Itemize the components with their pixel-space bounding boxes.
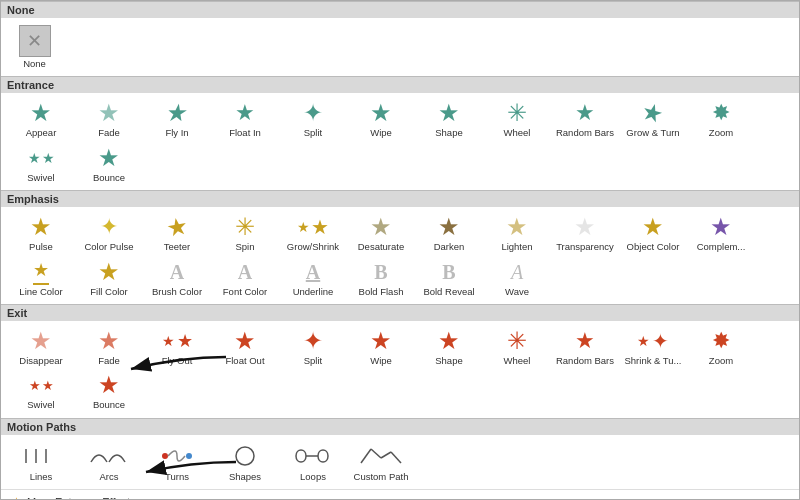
more-entrance-label: More Entrance Effects...	[27, 496, 145, 500]
effect-bold-reveal[interactable]: B Bold Reveal	[415, 256, 483, 300]
entrance-star-icon: ★	[11, 495, 22, 500]
svg-line-12	[391, 452, 401, 463]
effect-turns[interactable]: Turns	[143, 439, 211, 485]
effect-shape-entrance[interactable]: ★ Shape	[415, 97, 483, 141]
effect-lighten[interactable]: ★ Lighten	[483, 211, 551, 255]
effect-complementary[interactable]: ★ Complem...	[687, 211, 755, 255]
effect-swivel-entrance[interactable]: ★★ Swivel	[7, 142, 75, 186]
effect-appear[interactable]: ★ Appear	[7, 97, 75, 141]
effect-underline[interactable]: A Underline	[279, 256, 347, 300]
effect-swivel-exit[interactable]: ★★ Swivel	[7, 369, 75, 413]
effect-bold-flash[interactable]: B Bold Flash	[347, 256, 415, 300]
effect-shapes[interactable]: Shapes	[211, 439, 279, 485]
bottom-links: ★ More Entrance Effects... ★ More Emphas…	[1, 489, 800, 500]
none-label: None	[23, 58, 46, 69]
effect-object-color[interactable]: ★ Object Color	[619, 211, 687, 255]
effect-wheel-entrance[interactable]: ✳ Wheel	[483, 97, 551, 141]
exit-grid: ★ Disappear ★ Fade ★★ Fly Out ★ Float Ou…	[1, 321, 800, 418]
effect-wipe-exit[interactable]: ★ Wipe	[347, 325, 415, 369]
effect-shrink-turn[interactable]: ★✦ Shrink & Tu...	[619, 325, 687, 369]
effect-disappear[interactable]: ★ Disappear	[7, 325, 75, 369]
effect-font-color[interactable]: A Font Color	[211, 256, 279, 300]
effect-transparency[interactable]: ★ Transparency	[551, 211, 619, 255]
effect-fade-exit[interactable]: ★ Fade	[75, 325, 143, 369]
effect-fill-color[interactable]: ★ Fill Color	[75, 256, 143, 300]
animation-panel: None ✕ None Entrance ★ Appear ★ Fade ★ F…	[1, 1, 800, 500]
effect-grow-shrink[interactable]: ★★ Grow/Shrink	[279, 211, 347, 255]
effect-custom-path[interactable]: Custom Path	[347, 439, 415, 485]
effect-zoom-exit[interactable]: ✸ Zoom	[687, 325, 755, 369]
motion-paths-header: Motion Paths	[1, 418, 800, 435]
svg-line-11	[381, 452, 391, 458]
effect-random-bars-exit[interactable]: ★ Random Bars	[551, 325, 619, 369]
emphasis-grid: ★ Pulse ✦ Color Pulse ★ Teeter ✳ Spin ★★…	[1, 207, 800, 304]
effect-float-in[interactable]: ★ Float In	[211, 97, 279, 141]
effect-fly-in[interactable]: ★ Fly In	[143, 97, 211, 141]
effect-wave[interactable]: A Wave	[483, 256, 551, 300]
effect-arcs[interactable]: Arcs	[75, 439, 143, 485]
effect-random-bars-entrance[interactable]: ★ Random Bars	[551, 97, 619, 141]
effect-bounce-exit[interactable]: ★ Bounce	[75, 369, 143, 413]
entrance-grid: ★ Appear ★ Fade ★ Fly In ★ Float In ✦ Sp…	[1, 93, 800, 190]
none-box: ✕	[19, 25, 51, 57]
none-header: None	[1, 1, 800, 18]
effect-pulse[interactable]: ★ Pulse	[7, 211, 75, 255]
effect-split-exit[interactable]: ✦ Split	[279, 325, 347, 369]
effect-spin[interactable]: ✳ Spin	[211, 211, 279, 255]
svg-line-10	[371, 449, 381, 458]
effect-fly-out[interactable]: ★★ Fly Out	[143, 325, 211, 369]
exit-header: Exit	[1, 304, 800, 321]
effect-loops[interactable]: Loops	[279, 439, 347, 485]
effect-brush-color[interactable]: A Brush Color	[143, 256, 211, 300]
emphasis-header: Emphasis	[1, 190, 800, 207]
effect-darken[interactable]: ★ Darken	[415, 211, 483, 255]
effect-split-entrance[interactable]: ✦ Split	[279, 97, 347, 141]
motion-paths-grid: Lines Arcs Turns	[1, 435, 800, 489]
svg-line-9	[361, 449, 371, 463]
svg-point-7	[236, 447, 254, 465]
effect-teeter[interactable]: ★ Teeter	[143, 211, 211, 255]
effect-zoom-entrance[interactable]: ✸ Zoom	[687, 97, 755, 141]
effect-float-out[interactable]: ★ Float Out	[211, 325, 279, 369]
effect-line-color[interactable]: ★ Line Color	[7, 256, 75, 300]
effect-fade-entrance[interactable]: ★ Fade	[75, 97, 143, 141]
svg-point-6	[186, 453, 192, 459]
effect-shape-exit[interactable]: ★ Shape	[415, 325, 483, 369]
none-effect[interactable]: ✕ None	[7, 22, 62, 72]
none-section: ✕ None	[1, 18, 800, 76]
effect-bounce-entrance[interactable]: ★ Bounce	[75, 142, 143, 186]
effect-grow-turn[interactable]: ★ Grow & Turn	[619, 97, 687, 141]
effect-color-pulse[interactable]: ✦ Color Pulse	[75, 211, 143, 255]
effect-wheel-exit[interactable]: ✳ Wheel	[483, 325, 551, 369]
effect-wipe-entrance[interactable]: ★ Wipe	[347, 97, 415, 141]
svg-point-5	[162, 453, 168, 459]
entrance-header: Entrance	[1, 76, 800, 93]
effect-desaturate[interactable]: ★ Desaturate	[347, 211, 415, 255]
effect-lines[interactable]: Lines	[7, 439, 75, 485]
more-entrance-effects-link[interactable]: ★ More Entrance Effects...	[9, 494, 793, 500]
